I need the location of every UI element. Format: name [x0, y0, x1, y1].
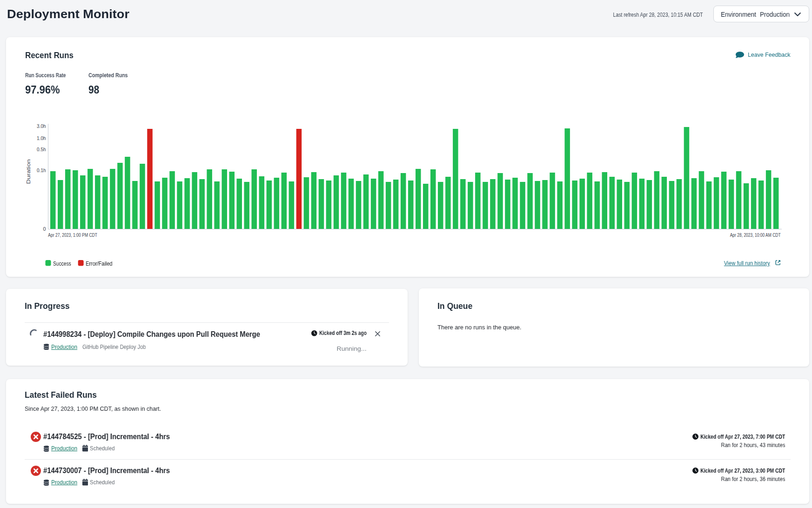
- svg-text:Apr 28, 2023, 10:00 AM CDT: Apr 28, 2023, 10:00 AM CDT: [730, 232, 781, 238]
- svg-text:0.5h: 0.5h: [37, 147, 46, 152]
- svg-text:0.1h: 0.1h: [37, 167, 46, 173]
- svg-text:Apr 27, 2023, 1:00 PM CDT: Apr 27, 2023, 1:00 PM CDT: [48, 232, 97, 238]
- svg-text:Duration: Duration: [26, 160, 31, 184]
- svg-text:0: 0: [43, 226, 46, 232]
- svg-text:1.0h: 1.0h: [37, 135, 46, 141]
- svg-text:3.0h: 3.0h: [37, 123, 46, 129]
